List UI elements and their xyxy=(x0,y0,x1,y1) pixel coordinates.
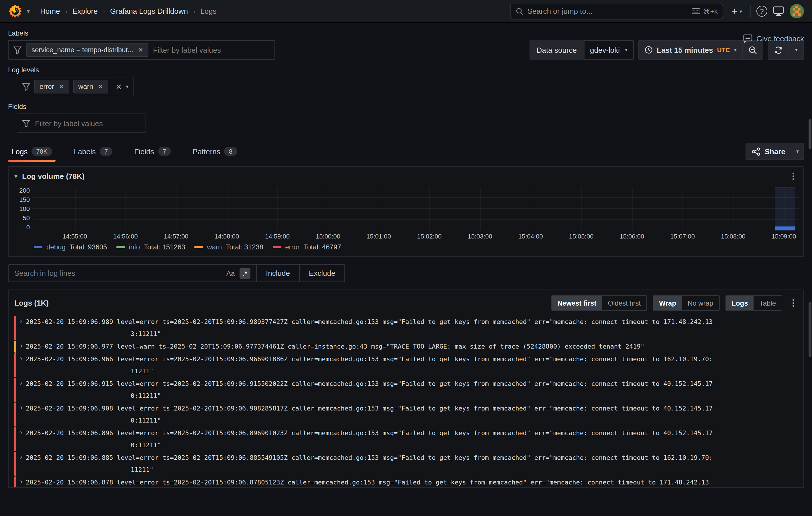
view-table[interactable]: Table xyxy=(754,296,782,310)
chevron-down-icon: ▾ xyxy=(625,47,628,53)
wrap-wrap[interactable]: Wrap xyxy=(653,296,682,310)
breadcrumb-item-home[interactable]: Home xyxy=(40,7,60,16)
legend-swatch xyxy=(272,246,281,248)
tab-labels[interactable]: Labels7 xyxy=(70,147,116,162)
clear-levels-icon[interactable]: ✕ xyxy=(116,82,122,91)
log-rows-list: ›2025-02-20 15:09:06.989 level=error ts=… xyxy=(8,315,804,488)
fields-filter-placeholder: Filter by label values xyxy=(35,119,103,128)
log-row[interactable]: ›2025-02-20 15:09:06.977 level=warn ts=2… xyxy=(14,341,804,353)
remove-level-chip-icon[interactable]: ✕ xyxy=(59,83,64,90)
level-chip-error[interactable]: error✕ xyxy=(34,80,69,93)
add-button[interactable]: +▾ xyxy=(729,5,744,18)
log-search-placeholder: Search in log lines xyxy=(14,269,222,277)
include-exclude-group: Include Exclude xyxy=(257,264,345,282)
share-button[interactable]: Share xyxy=(746,143,791,160)
log-row[interactable]: ›2025-02-20 15:09:06.989 level=error ts=… xyxy=(14,316,804,340)
expand-log-row-icon[interactable]: › xyxy=(16,403,26,427)
fields-filter-input[interactable]: Filter by label values xyxy=(17,113,146,133)
log-row[interactable]: ›2025-02-20 15:09:06.966 level=error ts=… xyxy=(14,353,804,377)
clock-icon xyxy=(645,46,653,54)
tab-count-badge: 8 xyxy=(224,147,237,156)
refresh-button[interactable] xyxy=(768,40,789,60)
breadcrumb-item-explore[interactable]: Explore xyxy=(72,7,98,16)
exclude-button[interactable]: Exclude xyxy=(300,265,345,281)
expand-log-row-icon[interactable]: › xyxy=(16,378,26,402)
timezone-badge: UTC xyxy=(717,47,730,53)
view-logs[interactable]: Logs xyxy=(726,296,754,310)
chevron-right-icon: › xyxy=(103,8,105,15)
user-avatar[interactable] xyxy=(790,4,804,18)
sort-newest-first[interactable]: Newest first xyxy=(552,296,602,310)
sort-oldest-first[interactable]: Oldest first xyxy=(602,296,647,310)
global-search-input[interactable]: Search or jump to... ⌘+k xyxy=(510,3,723,20)
expand-log-row-icon[interactable]: › xyxy=(16,353,26,377)
log-line-text: 2025-02-20 15:09:06.896 level=error ts=2… xyxy=(26,427,804,451)
legend-swatch xyxy=(194,246,203,248)
remove-label-chip-icon[interactable]: ✕ xyxy=(138,46,143,54)
time-selection-region[interactable] xyxy=(775,187,795,230)
label-filter-chip[interactable]: service_name = tempo-distribut...✕ xyxy=(26,43,148,57)
log-lines-search-input[interactable]: Search in log lines Aa .* xyxy=(8,264,257,282)
grafana-logo[interactable] xyxy=(8,4,22,18)
remove-level-chip-icon[interactable]: ✕ xyxy=(98,83,103,90)
log-row[interactable]: ›2025-02-20 15:09:06.915 level=error ts=… xyxy=(14,378,804,402)
news-monitor-icon[interactable] xyxy=(773,6,784,16)
labels-filter-input[interactable]: service_name = tempo-distribut...✕ Filte… xyxy=(8,40,275,60)
logs-panel-title: Logs (1K) xyxy=(14,299,49,307)
comment-icon xyxy=(743,34,752,43)
search-icon xyxy=(516,7,523,15)
tab-logs[interactable]: Logs78K xyxy=(8,147,56,162)
log-line-text: 2025-02-20 15:09:06.908 level=error ts=2… xyxy=(26,403,804,427)
case-sensitivity-toggle[interactable]: Aa xyxy=(226,269,235,277)
log-row[interactable]: ›2025-02-20 15:09:06.878 level=error ts=… xyxy=(14,477,804,488)
expand-log-row-icon[interactable]: › xyxy=(16,341,26,353)
log-row[interactable]: ›2025-02-20 15:09:06.896 level=error ts=… xyxy=(14,427,804,451)
breadcrumb-item-grafana-logs-drilldown[interactable]: Grafana Logs Drilldown xyxy=(110,7,188,16)
wrap-no-wrap[interactable]: No wrap xyxy=(682,296,719,310)
expand-log-row-icon[interactable]: › xyxy=(16,316,26,340)
help-icon[interactable]: ? xyxy=(756,6,767,17)
page-scrollbar[interactable] xyxy=(809,0,811,516)
log-line-text: 2025-02-20 15:09:06.878 level=error ts=2… xyxy=(26,477,804,488)
regex-toggle[interactable]: .* xyxy=(239,268,251,278)
log-levels-filter[interactable]: error✕warn✕ ✕ ▾ xyxy=(17,77,134,96)
chevron-right-icon: › xyxy=(193,8,195,15)
expand-log-row-icon[interactable]: › xyxy=(16,427,26,451)
view-tabs: Logs78KLabels7Fields7Patterns8 Share ▾ xyxy=(8,142,804,162)
logs-table-toggle: LogsTable xyxy=(725,295,782,311)
time-range-picker[interactable]: Last 15 minutes UTC ▾ xyxy=(638,40,743,60)
expand-log-row-icon[interactable]: › xyxy=(16,452,26,476)
level-chip-warn[interactable]: warn✕ xyxy=(73,80,108,93)
log-volume-chart[interactable]: 200150100500 14:55:0014:56:0014:57:0014:… xyxy=(8,184,804,242)
legend-item-info[interactable]: infoTotal: 151263 xyxy=(116,243,185,251)
filter-icon xyxy=(22,119,30,128)
chevron-down-icon[interactable]: ▾ xyxy=(126,84,128,89)
collapse-panel-icon[interactable]: ▾ xyxy=(14,172,18,180)
log-levels-section-title: Log levels xyxy=(8,66,804,74)
legend-item-warn[interactable]: warnTotal: 31238 xyxy=(194,243,263,251)
logs-panel: Logs (1K) Newest firstOldest first WrapN… xyxy=(8,290,804,488)
top-nav: ▾ Home›Explore›Grafana Logs Drilldown›Lo… xyxy=(0,0,812,23)
include-button[interactable]: Include xyxy=(257,265,299,281)
tab-fields[interactable]: Fields7 xyxy=(130,147,174,162)
x-axis-labels: 14:55:0014:56:0014:57:0014:58:0014:59:00… xyxy=(33,230,799,242)
zoom-out-button[interactable] xyxy=(743,40,763,60)
panel-menu-icon[interactable] xyxy=(789,171,798,181)
refresh-icon xyxy=(775,46,783,54)
expand-log-row-icon[interactable]: › xyxy=(16,477,26,488)
logs-panel-menu-icon[interactable] xyxy=(789,298,798,308)
org-switcher-chevron-icon[interactable]: ▾ xyxy=(27,8,30,14)
breadcrumb-item-logs[interactable]: Logs xyxy=(200,7,216,16)
log-line-text: 2025-02-20 15:09:06.966 level=error ts=2… xyxy=(26,353,804,377)
log-row[interactable]: ›2025-02-20 15:09:06.885 level=error ts=… xyxy=(14,452,804,476)
legend-item-error[interactable]: errorTotal: 46797 xyxy=(272,243,341,251)
share-dropdown-button[interactable]: ▾ xyxy=(791,143,804,160)
log-row[interactable]: ›2025-02-20 15:09:06.908 level=error ts=… xyxy=(14,403,804,427)
refresh-interval-dropdown[interactable]: ▾ xyxy=(789,40,804,60)
tab-count-badge: 78K xyxy=(31,147,52,156)
data-source-select[interactable]: gdev-loki▾ xyxy=(584,40,634,60)
share-icon xyxy=(752,147,761,156)
give-feedback-button[interactable]: Give feedback xyxy=(743,34,804,43)
legend-item-debug[interactable]: debugTotal: 93605 xyxy=(34,243,107,251)
tab-patterns[interactable]: Patterns8 xyxy=(189,147,240,162)
